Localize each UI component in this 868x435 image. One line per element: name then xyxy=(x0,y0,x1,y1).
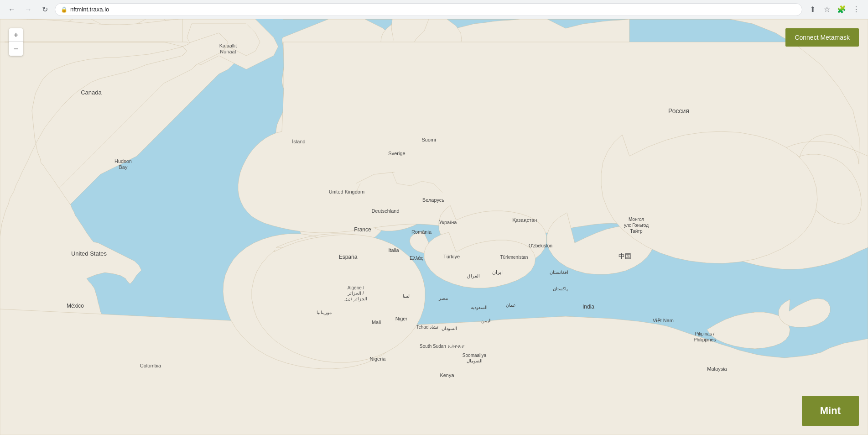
reload-button[interactable]: ↻ xyxy=(38,3,51,16)
world-map: Kalaallit Nunaat Canada Hudson Bay Unite… xyxy=(0,19,868,435)
browser-actions: ⬆ ☆ 🧩 ⋮ xyxy=(806,3,863,16)
svg-text:United States: United States xyxy=(71,250,107,257)
forward-button[interactable]: → xyxy=(22,3,35,16)
svg-text:ኢትዮጵያ: ኢትዮጵያ xyxy=(448,344,464,349)
svg-text:South Sudan: South Sudan xyxy=(420,344,446,349)
address-bar[interactable]: 🔒 nftmint.traxa.io xyxy=(55,3,802,16)
svg-text:اليمن: اليمن xyxy=(481,318,492,324)
connect-metamask-button[interactable]: Connect Metamask xyxy=(785,28,859,47)
svg-text:Hudson: Hudson xyxy=(114,158,132,164)
svg-text:Nigeria: Nigeria xyxy=(370,356,386,362)
share-button[interactable]: ⬆ xyxy=(806,3,819,16)
svg-text:Suomi: Suomi xyxy=(421,137,436,142)
svg-text:الصومال: الصومال xyxy=(467,358,483,364)
menu-button[interactable]: ⋮ xyxy=(850,3,863,16)
svg-text:افغانستان: افغانستان xyxy=(550,270,568,275)
svg-text:پاکستان: پاکستان xyxy=(553,286,568,292)
lock-icon: 🔒 xyxy=(61,6,68,13)
svg-text:Tchad تشاد: Tchad تشاد xyxy=(416,325,438,330)
svg-text:France: France xyxy=(354,226,371,233)
svg-text:România: România xyxy=(411,229,432,235)
svg-text:Україна: Україна xyxy=(439,220,457,225)
svg-text:中国: 中国 xyxy=(619,252,631,260)
zoom-out-button[interactable]: − xyxy=(9,42,23,56)
svg-text:Colombia: Colombia xyxy=(140,363,161,368)
svg-text:India: India xyxy=(582,304,594,310)
back-button[interactable]: ← xyxy=(5,3,18,16)
svg-text:Pilipinas /: Pilipinas / xyxy=(695,331,715,336)
svg-text:Türkiye: Türkiye xyxy=(443,254,460,259)
svg-text:السعودية: السعودية xyxy=(471,305,488,310)
svg-text:Mali: Mali xyxy=(372,320,381,325)
svg-text:الجزائر /: الجزائر / xyxy=(347,291,364,296)
svg-text:улс Гоньгод: улс Гоньгод xyxy=(624,223,649,228)
svg-text:السودان: السودان xyxy=(442,326,457,331)
svg-text:Algérie /: Algérie / xyxy=(348,285,364,290)
extensions-button[interactable]: 🧩 xyxy=(835,3,848,16)
svg-text:Kalaallit: Kalaallit xyxy=(219,43,237,48)
svg-text:Deutschland: Deutschland xyxy=(371,208,399,214)
svg-text:Ελλάς: Ελλάς xyxy=(410,255,423,261)
svg-text:Niger: Niger xyxy=(395,316,408,321)
bookmark-button[interactable]: ☆ xyxy=(821,3,833,16)
svg-text:Canada: Canada xyxy=(81,89,102,96)
mint-button[interactable]: Mint xyxy=(802,396,859,426)
svg-text:ایران: ایران xyxy=(492,269,503,275)
svg-text:México: México xyxy=(67,303,84,309)
svg-text:Philippines: Philippines xyxy=(694,337,716,342)
svg-text:Kenya: Kenya xyxy=(440,372,454,378)
svg-text:⵰⵿⵰⵿ / الجزائر: ⵰⵿⵰⵿ / الجزائر xyxy=(344,296,367,302)
svg-text:Sverige: Sverige xyxy=(388,151,405,156)
zoom-controls: + − xyxy=(9,28,23,56)
svg-text:Монгол: Монгол xyxy=(629,217,644,222)
svg-text:Soomaaliya: Soomaaliya xyxy=(463,353,487,358)
svg-text:O'zbekiston: O'zbekiston xyxy=(529,243,552,248)
svg-text:ليبيا: ليبيا xyxy=(403,293,410,299)
svg-text:Беларусь: Беларусь xyxy=(422,197,444,203)
svg-text:Nunaat: Nunaat xyxy=(220,49,236,54)
svg-text:Bay: Bay xyxy=(119,164,128,170)
svg-text:عمان: عمان xyxy=(506,303,516,308)
svg-text:Қазақстан: Қазақстан xyxy=(512,217,537,223)
browser-chrome: ← → ↻ 🔒 nftmint.traxa.io ⬆ ☆ 🧩 ⋮ xyxy=(0,0,868,19)
svg-text:United Kingdom: United Kingdom xyxy=(329,189,364,194)
svg-text:Italia: Italia xyxy=(388,247,399,253)
svg-text:Türkmenistan: Türkmenistan xyxy=(500,255,528,260)
svg-text:Ísland: Ísland xyxy=(292,139,305,144)
svg-text:موريتانيا: موريتانيا xyxy=(317,310,332,315)
url-text: nftmint.traxa.io xyxy=(70,6,109,13)
zoom-in-button[interactable]: + xyxy=(9,28,23,42)
svg-text:Россия: Россия xyxy=(668,107,689,115)
svg-text:العراق: العراق xyxy=(467,273,480,279)
map-container[interactable]: Kalaallit Nunaat Canada Hudson Bay Unite… xyxy=(0,19,868,435)
svg-text:España: España xyxy=(339,254,358,260)
svg-text:Тайтр: Тайтр xyxy=(630,229,643,234)
svg-text:Malaysia: Malaysia xyxy=(707,366,727,372)
svg-text:Việt Nam: Việt Nam xyxy=(653,318,674,324)
svg-text:مصر: مصر xyxy=(438,296,448,301)
